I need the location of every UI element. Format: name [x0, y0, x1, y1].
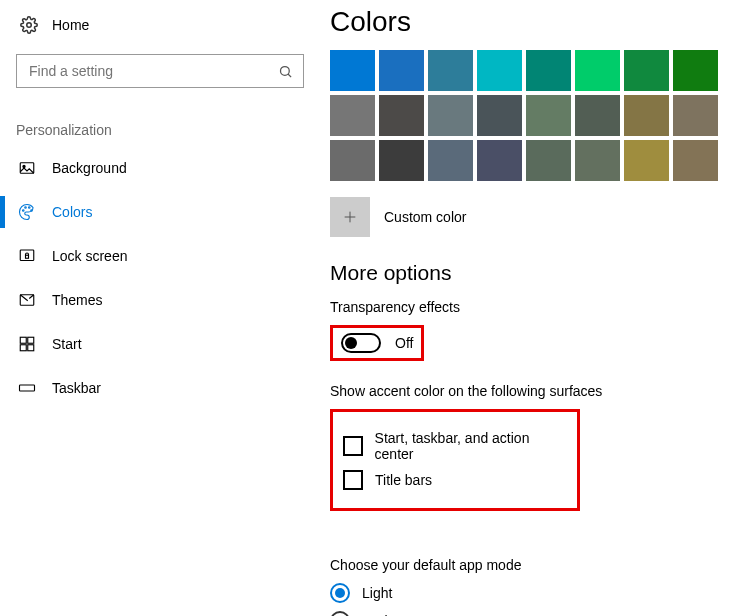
- transparency-toggle-row[interactable]: Off: [341, 333, 413, 353]
- search-icon: [278, 64, 293, 79]
- radio-icon: [330, 611, 350, 616]
- sidebar-item-colors[interactable]: Colors: [0, 190, 330, 234]
- color-swatch[interactable]: [379, 140, 424, 181]
- color-swatch[interactable]: [526, 50, 571, 91]
- nav-label: Background: [52, 160, 127, 176]
- color-swatch[interactable]: [330, 140, 375, 181]
- svg-point-6: [25, 207, 27, 209]
- svg-rect-10: [26, 255, 29, 258]
- svg-point-7: [29, 207, 31, 209]
- home-link[interactable]: Home: [0, 10, 330, 40]
- svg-rect-13: [28, 337, 34, 343]
- color-swatch[interactable]: [428, 95, 473, 136]
- sidebar: Home Personalization BackgroundColorsLoc…: [0, 0, 330, 616]
- more-options-heading: More options: [330, 261, 730, 285]
- nav-label: Themes: [52, 292, 103, 308]
- colors-icon: [18, 203, 36, 221]
- svg-point-1: [281, 66, 290, 75]
- color-swatch[interactable]: [673, 140, 718, 181]
- color-swatch[interactable]: [330, 50, 375, 91]
- accent-surfaces-label: Show accent color on the following surfa…: [330, 383, 730, 399]
- nav-label: Taskbar: [52, 380, 101, 396]
- highlight-accent: Start, taskbar, and action center Title …: [330, 409, 580, 511]
- content: Colors Custom color More options Transpa…: [330, 0, 730, 616]
- sidebar-item-lockscreen[interactable]: Lock screen: [0, 234, 330, 278]
- svg-rect-12: [20, 337, 26, 343]
- svg-rect-16: [20, 385, 35, 391]
- lockscreen-icon: [18, 247, 36, 265]
- radio-icon: [330, 583, 350, 603]
- checkbox-icon: [343, 470, 363, 490]
- color-swatch[interactable]: [575, 95, 620, 136]
- color-swatch[interactable]: [379, 95, 424, 136]
- app-mode-label: Choose your default app mode: [330, 557, 730, 573]
- svg-rect-15: [28, 345, 34, 351]
- color-swatch-grid: [330, 50, 718, 181]
- color-swatch[interactable]: [673, 50, 718, 91]
- color-swatch[interactable]: [379, 50, 424, 91]
- transparency-toggle[interactable]: [341, 333, 381, 353]
- highlight-transparency: Off: [330, 325, 424, 361]
- radio-light[interactable]: Light: [330, 583, 730, 603]
- checkbox-icon: [343, 436, 363, 456]
- sidebar-item-start[interactable]: Start: [0, 322, 330, 366]
- custom-color-button[interactable]: [330, 197, 370, 237]
- color-swatch[interactable]: [526, 95, 571, 136]
- background-icon: [18, 159, 36, 177]
- svg-line-2: [288, 74, 291, 77]
- color-swatch[interactable]: [428, 50, 473, 91]
- transparency-label: Transparency effects: [330, 299, 730, 315]
- checkbox-label: Start, taskbar, and action center: [375, 430, 567, 462]
- themes-icon: [18, 291, 36, 309]
- color-swatch[interactable]: [673, 95, 718, 136]
- toggle-knob: [345, 337, 357, 349]
- color-swatch[interactable]: [477, 140, 522, 181]
- color-swatch[interactable]: [624, 50, 669, 91]
- checkbox-label: Title bars: [375, 472, 432, 488]
- color-swatch[interactable]: [477, 95, 522, 136]
- svg-rect-14: [20, 345, 26, 351]
- search-box[interactable]: [16, 54, 304, 88]
- color-swatch[interactable]: [428, 140, 473, 181]
- svg-point-5: [23, 210, 25, 212]
- checkbox-title-bars[interactable]: Title bars: [343, 470, 567, 490]
- color-swatch[interactable]: [330, 95, 375, 136]
- search-input[interactable]: [27, 62, 278, 80]
- gear-icon: [20, 16, 38, 34]
- transparency-state: Off: [395, 335, 413, 351]
- custom-color-row[interactable]: Custom color: [330, 197, 730, 237]
- start-icon: [18, 335, 36, 353]
- color-swatch[interactable]: [526, 140, 571, 181]
- nav-label: Colors: [52, 204, 92, 220]
- custom-color-label: Custom color: [384, 209, 466, 225]
- radio-label: Light: [362, 585, 392, 601]
- nav-list: BackgroundColorsLock screenThemesStartTa…: [0, 146, 330, 410]
- color-swatch[interactable]: [575, 50, 620, 91]
- nav-label: Lock screen: [52, 248, 127, 264]
- color-swatch[interactable]: [624, 140, 669, 181]
- radio-dark[interactable]: Dark: [330, 611, 730, 616]
- sidebar-item-themes[interactable]: Themes: [0, 278, 330, 322]
- sidebar-item-background[interactable]: Background: [0, 146, 330, 190]
- sidebar-item-taskbar[interactable]: Taskbar: [0, 366, 330, 410]
- svg-point-0: [27, 23, 32, 28]
- plus-icon: [342, 209, 358, 225]
- home-label: Home: [52, 17, 89, 33]
- nav-label: Start: [52, 336, 82, 352]
- page-title: Colors: [330, 6, 730, 38]
- taskbar-icon: [18, 379, 36, 397]
- color-swatch[interactable]: [575, 140, 620, 181]
- color-swatch[interactable]: [477, 50, 522, 91]
- section-label: Personalization: [16, 122, 330, 138]
- checkbox-start-taskbar[interactable]: Start, taskbar, and action center: [343, 430, 567, 462]
- color-swatch[interactable]: [624, 95, 669, 136]
